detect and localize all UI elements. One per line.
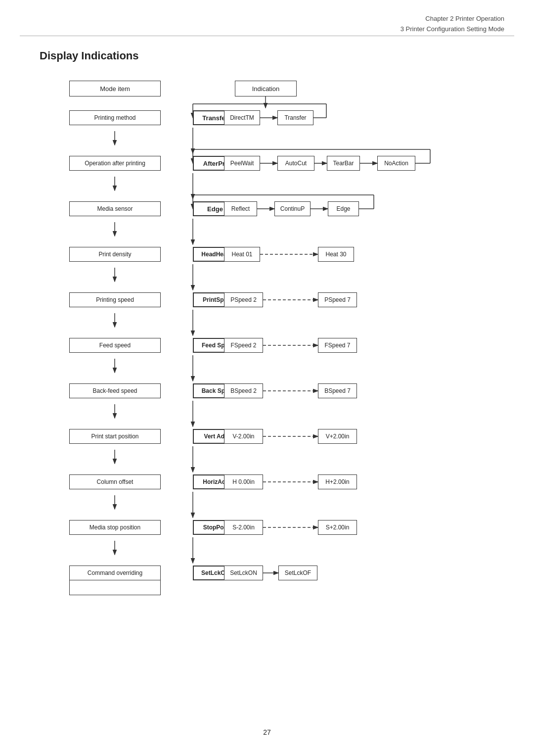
ind-edge-2: Edge [328, 201, 359, 216]
ind-noaction: NoAction [377, 156, 415, 171]
page-number: 27 [263, 728, 271, 736]
ind-fspeed7: FSpeed 7 [318, 338, 357, 353]
diagram: Heat 30 ===== --> PSpeed 7 ===== --> FSp… [40, 77, 504, 670]
mode-item-print-start: Print start position [69, 429, 161, 444]
indication-header: Indication [235, 81, 297, 96]
mode-item-print-density: Print density [69, 247, 161, 262]
mode-item-printing-speed: Printing speed [69, 292, 161, 307]
mode-item-media-sensor: Media sensor [69, 201, 161, 216]
mode-item-command-override: Command overriding [69, 566, 161, 580]
ind-fspeed2: FSpeed 2 [224, 338, 263, 353]
ind-v-minus: V-2.00in [224, 429, 263, 444]
ind-tearbar: TearBar [327, 156, 360, 171]
ind-autocut: AutoCut [277, 156, 314, 171]
mode-item-feed-speed: Feed speed [69, 338, 161, 353]
ind-bspeed7: BSpeed 7 [318, 383, 357, 398]
mode-item-header: Mode item [69, 81, 161, 96]
ind-s-plus: S+2.00in [318, 520, 357, 535]
ind-directtm: DirectTM [224, 110, 260, 125]
ind-peelwait: PeelWait [224, 156, 260, 171]
page-header: Chapter 2 Printer Operation 3 Printer Co… [400, 14, 504, 35]
ind-reflect: Reflect [224, 201, 257, 216]
ind-v-plus: V+2.00in [318, 429, 357, 444]
ind-s-minus: S-2.00in [224, 520, 263, 535]
ind-continup: ContinuP [274, 201, 311, 216]
mode-item-column-offset: Column offset [69, 474, 161, 489]
ind-pspeed7: PSpeed 7 [318, 292, 357, 307]
ind-setlckof-2: SetLckOF [278, 566, 317, 580]
ind-heat30: Heat 30 [318, 247, 354, 262]
chapter-label: Chapter 2 Printer Operation [400, 14, 504, 24]
section-label: 3 Printer Configuration Setting Mode [400, 24, 504, 35]
ind-h-plus: H+2.00in [318, 474, 357, 489]
ind-pspeed2: PSpeed 2 [224, 292, 263, 307]
ind-bspeed2: BSpeed 2 [224, 383, 263, 398]
mode-item-operation-after: Operation after printing [69, 156, 161, 171]
mode-item-printing-method: Printing method [69, 110, 161, 125]
ind-transfer-2: Transfer [277, 110, 313, 125]
mode-item-backfeed-speed: Back-feed speed [69, 383, 161, 398]
mode-item-media-stop: Media stop position [69, 520, 161, 535]
ind-heat01: Heat 01 [224, 247, 260, 262]
ind-setlckon: SetLckON [224, 566, 263, 580]
page-title: Display Indications [40, 49, 139, 62]
header-divider [20, 36, 514, 36]
ind-h-zero: H 0.00in [224, 474, 263, 489]
